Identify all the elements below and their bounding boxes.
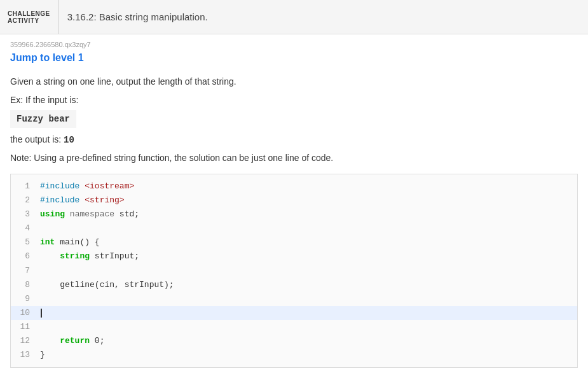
code-line-3: 3 using namespace std; [11, 207, 577, 221]
line-number-10: 10 [11, 306, 38, 320]
line-content-4 [38, 221, 577, 235]
line-number-6: 6 [11, 249, 38, 263]
line-content-9 [38, 292, 577, 306]
code-line-12: 12 return 0; [11, 334, 577, 348]
line-content-10 [38, 306, 577, 320]
main-content: 359966.2366580.qx3zqy7 Jump to level 1 G… [0, 34, 588, 378]
code-line-13: 13 } [11, 348, 577, 362]
code-editor[interactable]: 1 #include <iostream> 2 #include <string… [10, 174, 578, 368]
code-line-7: 7 [11, 264, 577, 278]
code-line-8: 8 getline(cin, strInput); [11, 278, 577, 292]
line-content-2: #include <string> [38, 193, 577, 207]
code-line-4: 4 [11, 221, 577, 235]
line-number-5: 5 [11, 235, 38, 249]
code-line-9: 9 [11, 292, 577, 306]
code-line-1: 1 #include <iostream> [11, 179, 577, 193]
line-content-5: int main() { [38, 235, 577, 249]
line-number-13: 13 [11, 348, 38, 362]
line-number-11: 11 [11, 320, 38, 334]
code-line-6: 6 string strInput; [11, 249, 577, 263]
line-content-3: using namespace std; [38, 207, 577, 221]
output-value: 10 [64, 135, 74, 145]
session-id: 359966.2366580.qx3zqy7 [10, 41, 578, 48]
line-content-13: } [38, 348, 577, 362]
example-label: Ex: If the input is: [10, 95, 578, 105]
output-label: the output is: 10 [10, 134, 578, 145]
line-number-8: 8 [11, 278, 38, 292]
output-label-prefix: the output is: [10, 134, 64, 144]
app-header: CHALLENGE ACTIVITY 3.16.2: Basic string … [0, 0, 588, 34]
jump-to-level-link[interactable]: Jump to level 1 [10, 52, 578, 64]
code-line-11: 11 [11, 320, 577, 334]
line-content-1: #include <iostream> [38, 179, 577, 193]
line-number-4: 4 [11, 221, 38, 235]
line-number-12: 12 [11, 334, 38, 348]
line-content-7 [38, 264, 577, 278]
note-text: Note: Using a pre-defined string functio… [10, 151, 578, 165]
line-content-8: getline(cin, strInput); [38, 278, 577, 292]
badge-line2: ACTIVITY [8, 17, 50, 24]
line-content-11 [38, 320, 577, 334]
line-content-12: return 0; [38, 334, 577, 348]
example-input: Fuzzy bear [10, 110, 76, 128]
line-number-1: 1 [11, 179, 38, 193]
code-line-5: 5 int main() { [11, 235, 577, 249]
line-content-6: string strInput; [38, 249, 577, 263]
challenge-badge: CHALLENGE ACTIVITY [8, 0, 58, 34]
code-line-10[interactable]: 10 [11, 306, 577, 320]
challenge-title: 3.16.2: Basic string manipulation. [58, 11, 208, 22]
line-number-2: 2 [11, 193, 38, 207]
description-text: Given a string on one line, output the l… [10, 75, 578, 88]
line-number-9: 9 [11, 292, 38, 306]
code-line-2: 2 #include <string> [11, 193, 577, 207]
line-number-7: 7 [11, 264, 38, 278]
badge-line1: CHALLENGE [8, 10, 50, 17]
line-number-3: 3 [11, 207, 38, 221]
